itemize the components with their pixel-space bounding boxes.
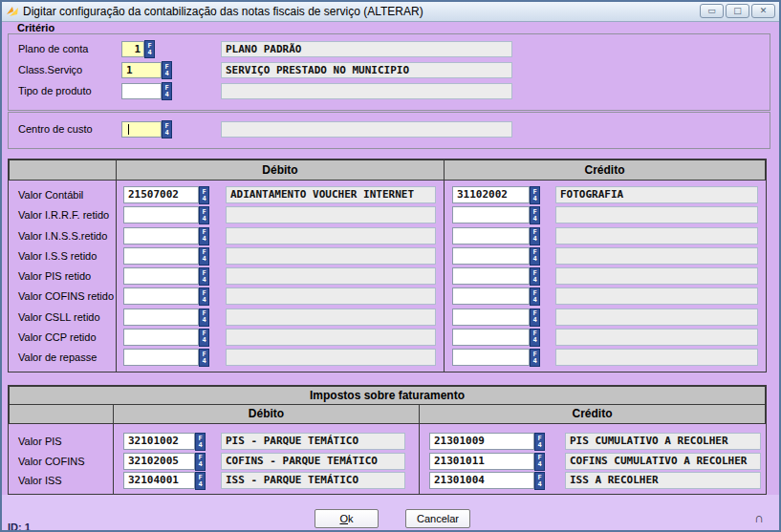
table-row: Valor PIS retido F4 F4 [9,267,766,285]
f4-lookup-button[interactable]: F4 [195,472,206,490]
debit-account-input[interactable] [123,227,199,245]
table-row: Valor de repasse F4 F4 [9,349,766,366]
f4-lookup-button[interactable]: F4 [195,433,206,451]
row-label: Valor PIS retido [18,267,91,285]
row-label: Valor CSLL retido [18,309,100,326]
f4-lookup-button[interactable]: F4 [144,40,155,58]
credit-description-field: ISS A RECOLHER [565,472,761,489]
debit-account-input[interactable] [123,309,199,326]
centro-de-custo-input[interactable] [121,121,162,138]
f4-lookup-button[interactable]: F4 [530,227,540,245]
row-label: Valor I.S.S retido [18,247,97,265]
accounting-table-body: Valor Contábil 21507002 F4 ADIANTAMENTO … [9,181,766,372]
tipo-de-produto-description [221,83,512,99]
debit-description-field [226,287,436,305]
credit-account-input[interactable]: 21301004 [429,472,534,489]
f4-lookup-button[interactable]: F4 [199,287,209,306]
close-button-icon[interactable]: ✕ [751,4,775,18]
credit-description-field [555,247,758,265]
f4-lookup-button[interactable]: F4 [195,453,206,471]
f4-label-bottom: 4 [537,461,541,468]
debit-account-input[interactable] [123,329,199,346]
row-label: Valor I.N.S.S.retido [18,227,107,245]
f4-lookup-button[interactable]: F4 [534,472,545,490]
centro-de-custo-groupbox: Centro de custo F4 [8,112,770,149]
f4-lookup-button[interactable]: F4 [162,61,172,79]
f4-lookup-button[interactable]: F4 [530,206,540,224]
credit-account-input[interactable] [452,349,530,366]
f4-lookup-button[interactable]: F4 [530,329,540,347]
credit-account-input[interactable] [452,329,530,346]
debit-account-input[interactable] [123,206,199,223]
plano-de-conta-description: PLANO PADRÃO [221,41,512,57]
debit-account-input[interactable] [123,267,199,285]
minimize-button-icon[interactable]: ▭ [700,4,724,18]
row-label: Valor CCP retido [18,329,97,346]
f4-lookup-button[interactable]: F4 [199,227,209,245]
dialog-window: Digitar configuração da contabilização d… [0,0,781,532]
f4-lookup-button[interactable]: F4 [534,433,545,451]
f4-label-bottom: 4 [537,481,541,488]
credit-account-input[interactable] [452,247,530,265]
debit-description-field [226,309,436,326]
f4-lookup-button[interactable]: F4 [530,247,540,266]
ok-label-rest: k [348,513,354,524]
impostos-table-body: Valor PIS 32101002 F4 PIS - PARQUE TEMÁT… [9,424,766,494]
plano-de-conta-input[interactable]: 1 [121,41,144,57]
label-column-header [9,404,114,424]
credit-account-input[interactable] [452,287,530,305]
f4-lookup-button[interactable]: F4 [199,309,209,327]
accounting-table: Débito Crédito Valor Contábil 21507002 F… [8,159,767,372]
ok-accelerator: O [339,513,348,524]
table-row: Valor CSLL retido F4 F4 [9,309,766,326]
credit-account-input[interactable]: 31102002 [452,186,530,203]
f4-label-bottom: 4 [147,50,151,56]
maximize-button-icon[interactable]: □ [726,4,749,18]
f4-lookup-button[interactable]: F4 [199,247,209,266]
clip-icon: ∩ [754,510,764,525]
table-row: Valor CCP retido F4 F4 [9,329,766,346]
f4-label-bottom: 4 [202,236,206,243]
f4-lookup-button[interactable]: F4 [199,206,209,224]
f4-label-bottom: 4 [202,277,206,284]
debit-account-input[interactable] [123,349,199,366]
f4-label-bottom: 4 [198,461,202,468]
credit-account-input[interactable] [452,206,530,223]
debit-account-input[interactable] [123,247,199,265]
credit-account-input[interactable] [452,267,530,285]
credit-account-input[interactable] [452,309,530,326]
f4-lookup-button[interactable]: F4 [199,186,209,204]
debit-account-input[interactable]: 32101002 [123,433,195,450]
table-row: Valor Contábil 21507002 F4 ADIANTAMENTO … [9,186,766,203]
credit-account-input[interactable]: 21301009 [429,433,534,450]
tipo-de-produto-input[interactable] [121,83,162,99]
f4-lookup-button[interactable]: F4 [530,287,540,306]
credit-account-input[interactable]: 21301011 [429,453,534,470]
credit-account-input[interactable] [452,227,530,245]
class-servico-input[interactable]: 1 [121,62,162,78]
f4-lookup-button[interactable]: F4 [199,267,209,286]
f4-lookup-button[interactable]: F4 [530,186,540,204]
debit-account-input[interactable]: 21507002 [123,186,199,203]
table-row: Valor I.S.S retido F4 F4 [9,247,766,265]
f4-lookup-button[interactable]: F4 [534,453,545,471]
f4-lookup-button[interactable]: F4 [162,82,172,100]
f4-label-bottom: 4 [198,442,202,449]
app-icon [6,5,19,18]
row-label: Valor de repasse [18,349,97,366]
f4-lookup-button[interactable]: F4 [530,309,540,327]
f4-lookup-button[interactable]: F4 [530,267,540,286]
class-servico-description: SERVIÇO PRESTADO NO MUNICIPIO [221,62,512,78]
f4-lookup-button[interactable]: F4 [199,349,209,367]
debit-account-input[interactable]: 32104001 [123,472,195,489]
debit-account-input[interactable]: 32102005 [123,453,195,470]
debit-description-field [226,227,436,245]
debit-account-input[interactable] [123,287,199,305]
debit-description-field [226,267,436,285]
f4-lookup-button[interactable]: F4 [199,329,209,347]
f4-lookup-button[interactable]: F4 [162,120,172,138]
f4-lookup-button[interactable]: F4 [530,349,540,367]
cancel-button[interactable]: Cancelar [405,509,470,528]
ok-button[interactable]: Ok [315,509,379,528]
tipo-de-produto-row: Tipo de produto F4 [9,83,770,101]
